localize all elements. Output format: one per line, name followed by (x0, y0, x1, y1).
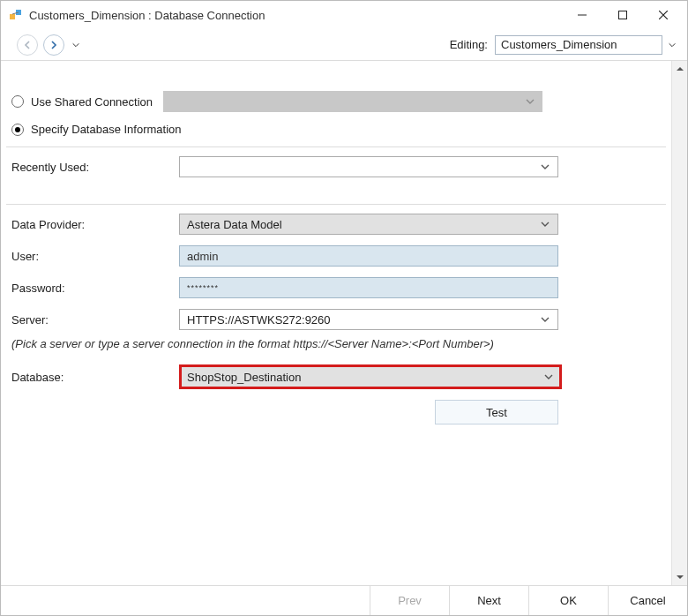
next-button[interactable]: Next (449, 586, 528, 615)
data-provider-label: Data Provider: (11, 218, 179, 231)
app-icon (8, 7, 24, 23)
cancel-button-label: Cancel (630, 594, 665, 607)
editing-select-chevron[interactable] (668, 34, 677, 56)
specify-db-info-option[interactable]: Specify Database Information (6, 117, 666, 141)
editing-select[interactable]: Customers_Dimension (495, 35, 662, 55)
database-select[interactable]: ShopStop_Destination (179, 364, 562, 389)
user-row: User: (6, 240, 666, 272)
minimize-button[interactable] (562, 1, 602, 29)
data-provider-value: Astera Data Model (187, 218, 282, 231)
vertical-scrollbar[interactable] (671, 61, 687, 585)
data-provider-select[interactable]: Astera Data Model (179, 214, 558, 235)
scroll-up-icon[interactable] (672, 61, 687, 77)
user-input[interactable] (179, 245, 558, 267)
cancel-button[interactable]: Cancel (608, 586, 687, 615)
shared-connection-select (163, 91, 542, 112)
password-row: Password: (6, 272, 666, 304)
prev-button-label: Prev (398, 594, 422, 607)
titlebar: Customers_Dimension : Database Connectio… (1, 1, 687, 29)
specify-db-label: Specify Database Information (31, 123, 182, 136)
database-value: ShopStop_Destination (187, 371, 301, 384)
ok-button-label: OK (560, 594, 577, 607)
user-label: User: (11, 250, 179, 263)
editing-select-value: Customers_Dimension (501, 38, 617, 51)
data-provider-row: Data Provider: Astera Data Model (6, 204, 666, 240)
scroll-down-icon[interactable] (672, 569, 687, 585)
nav-back-button[interactable] (17, 34, 38, 56)
recently-used-row: Recently Used: (6, 146, 666, 183)
ok-button[interactable]: OK (528, 586, 608, 615)
content-area: Use Shared Connection Specify Database I… (1, 61, 671, 585)
use-shared-connection-option[interactable]: Use Shared Connection (6, 86, 666, 117)
svg-rect-0 (10, 14, 15, 19)
test-button[interactable]: Test (435, 400, 558, 424)
use-shared-label: Use Shared Connection (31, 95, 153, 109)
test-button-label: Test (486, 406, 507, 419)
footer: Prev Next OK Cancel (1, 585, 687, 615)
server-label: Server: (11, 313, 179, 327)
recently-used-label: Recently Used: (11, 161, 179, 174)
window-title: Customers_Dimension : Database Connectio… (29, 9, 265, 22)
server-row: Server: HTTPS://ASTWKS272:9260 (6, 304, 666, 335)
database-row: Database: ShopStop_Destination (6, 359, 666, 394)
prev-button[interactable]: Prev (370, 586, 449, 615)
server-value: HTTPS://ASTWKS272:9260 (187, 313, 331, 327)
nav-forward-button[interactable] (43, 34, 64, 56)
recently-used-select[interactable] (179, 156, 558, 177)
server-hint: (Pick a server or type a server connecti… (6, 335, 666, 359)
next-button-label: Next (477, 594, 501, 607)
password-input[interactable] (179, 277, 558, 298)
database-label: Database: (11, 371, 179, 384)
nav-history-dropdown[interactable] (71, 34, 80, 56)
editing-label: Editing: (450, 38, 488, 51)
radio-unchecked-icon (11, 95, 24, 108)
radio-checked-icon (11, 124, 24, 136)
svg-rect-2 (619, 11, 627, 19)
server-select[interactable]: HTTPS://ASTWKS272:9260 (179, 309, 558, 330)
maximize-button[interactable] (602, 1, 643, 29)
close-button[interactable] (643, 1, 684, 29)
toolbar: Editing: Customers_Dimension (1, 29, 687, 61)
password-label: Password: (11, 282, 179, 295)
